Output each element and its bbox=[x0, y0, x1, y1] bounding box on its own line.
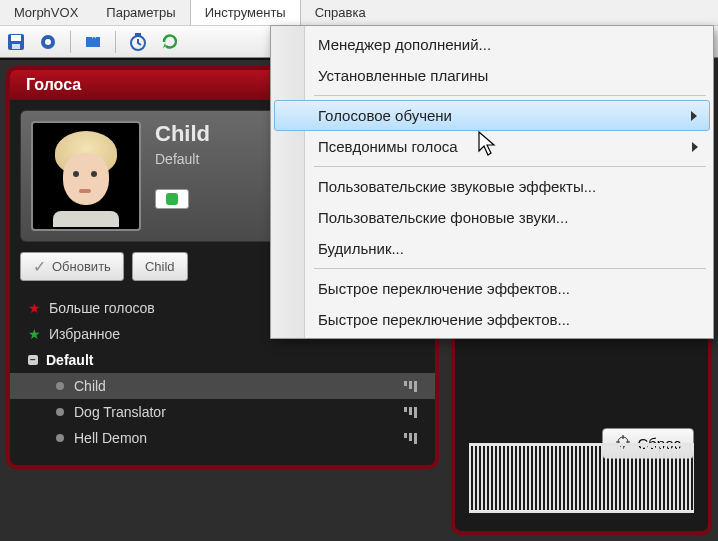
tree-item-label: Hell Demon bbox=[74, 430, 147, 446]
signal-icon bbox=[404, 433, 417, 444]
menu-quick-switch-1[interactable]: Быстрое переключение эффектов... bbox=[274, 273, 710, 304]
menu-addon-manager[interactable]: Менеджер дополнений... bbox=[274, 29, 710, 60]
dropdown-separator bbox=[314, 95, 706, 96]
collapse-icon[interactable]: − bbox=[28, 355, 38, 365]
menu-voice-aliases[interactable]: Псевдонимы голоса bbox=[274, 131, 710, 162]
menu-custom-bg-sounds[interactable]: Пользовательские фоновые звуки... bbox=[274, 202, 710, 233]
menu-installed-plugins[interactable]: Установленные плагины bbox=[274, 60, 710, 91]
tools-dropdown: Менеджер дополнений... Установленные пла… bbox=[270, 25, 714, 339]
bullet-icon bbox=[56, 382, 64, 390]
equalizer-display bbox=[469, 443, 694, 513]
menu-bar: MorphVOX Параметры Инструменты Справка bbox=[0, 0, 718, 26]
tree-item-hell[interactable]: Hell Demon bbox=[10, 425, 435, 451]
tree-label: Default bbox=[46, 352, 93, 368]
svg-rect-1 bbox=[11, 35, 21, 41]
voice-child-button-label: Child bbox=[145, 259, 175, 274]
star-icon: ★ bbox=[28, 300, 41, 316]
status-pill[interactable] bbox=[155, 189, 189, 209]
toolbar-separator bbox=[70, 31, 71, 53]
tree-item-child[interactable]: Child bbox=[10, 373, 435, 399]
toolbar-separator bbox=[115, 31, 116, 53]
menu-parameters[interactable]: Параметры bbox=[92, 0, 189, 25]
menu-tools[interactable]: Инструменты bbox=[190, 0, 301, 25]
tree-item-label: Child bbox=[74, 378, 106, 394]
dropdown-separator bbox=[314, 268, 706, 269]
signal-icon bbox=[404, 381, 417, 392]
submenu-arrow-icon bbox=[691, 111, 697, 121]
save-icon[interactable] bbox=[4, 30, 28, 54]
tree-item-label: Dog Translator bbox=[74, 404, 166, 420]
voice-child-button[interactable]: Child bbox=[132, 252, 188, 281]
tree-item-dog[interactable]: Dog Translator bbox=[10, 399, 435, 425]
puzzle-icon[interactable] bbox=[81, 30, 105, 54]
menu-alarm[interactable]: Будильник... bbox=[274, 233, 710, 264]
menu-item-label: Голосовое обучени bbox=[318, 107, 452, 124]
tree-label: Больше голосов bbox=[49, 300, 155, 316]
menu-quick-switch-2[interactable]: Быстрое переключение эффектов... bbox=[274, 304, 710, 335]
svg-rect-6 bbox=[135, 33, 141, 36]
svg-point-4 bbox=[45, 39, 51, 45]
menu-item-label: Псевдонимы голоса bbox=[318, 138, 458, 155]
menu-custom-sfx[interactable]: Пользовательские звуковые эффекты... bbox=[274, 171, 710, 202]
clock-icon[interactable] bbox=[126, 30, 150, 54]
tree-group-default[interactable]: − Default bbox=[10, 347, 435, 373]
gear-icon[interactable] bbox=[36, 30, 60, 54]
bullet-icon bbox=[56, 434, 64, 442]
loop-icon[interactable] bbox=[158, 30, 182, 54]
status-icon bbox=[166, 193, 178, 205]
update-button-label: Обновить bbox=[52, 259, 111, 274]
signal-icon bbox=[404, 407, 417, 418]
submenu-arrow-icon bbox=[692, 142, 698, 152]
star-icon: ★ bbox=[28, 326, 41, 342]
tree-label: Избранное bbox=[49, 326, 120, 342]
dropdown-separator bbox=[314, 166, 706, 167]
check-icon: ✓ bbox=[33, 257, 46, 276]
menu-help[interactable]: Справка bbox=[301, 0, 380, 25]
bullet-icon bbox=[56, 408, 64, 416]
update-button[interactable]: ✓ Обновить bbox=[20, 252, 124, 281]
avatar bbox=[31, 121, 141, 231]
menu-morphvox[interactable]: MorphVOX bbox=[0, 0, 92, 25]
menu-voice-training[interactable]: Голосовое обучени bbox=[274, 100, 710, 131]
svg-rect-2 bbox=[12, 44, 20, 49]
